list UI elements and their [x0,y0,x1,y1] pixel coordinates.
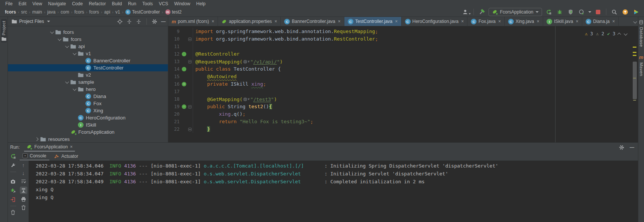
request-mapping-icon[interactable]: ◦ [181,103,187,110]
tree-item-fcorsapplication[interactable]: FcorsApplication [8,128,168,136]
tree-item-api[interactable]: api [8,43,168,50]
close-icon[interactable]: × [498,19,501,24]
menu-item-window[interactable]: Window [171,1,193,7]
fold-marker-icon[interactable] [187,35,192,43]
breadcrumb-item-main-2[interactable]: main [31,9,43,15]
database-icon[interactable] [639,20,644,25]
editor-scrollbar-thumb[interactable] [633,62,637,99]
code-line-22[interactable]: 22 } [168,125,638,133]
chevron-down-icon[interactable] [63,45,70,48]
inspection-widget[interactable]: ⚠ 3 ⚠ 2 ✔ 3 [585,30,627,38]
clear-all-trash-icon[interactable] [10,210,16,215]
tree-item-iskill[interactable]: IISkill [8,121,168,128]
profiler-button[interactable] [577,8,586,16]
down-stack-trace-icon[interactable]: ↓ [22,171,25,176]
settings-gear-icon[interactable] [152,19,157,24]
project-view-selector[interactable]: Project Files [19,19,44,24]
close-icon[interactable]: × [395,19,397,24]
menu-item-edit[interactable]: Edit [15,1,29,7]
close-icon[interactable]: × [70,144,73,150]
search-everywhere-icon[interactable] [610,8,618,16]
menu-item-file[interactable]: File [2,1,15,7]
profiler-dropdown-icon[interactable] [588,11,591,13]
spring-bean-class-icon[interactable] [181,65,187,73]
code-line-21[interactable]: 21 return "Hello Fox is testing3~"; [168,118,638,125]
minimize-panel-icon[interactable]: — [630,145,634,150]
fold-marker-icon[interactable] [187,103,192,110]
sidebar-tab-database[interactable]: Database [639,27,644,47]
expand-all-icon[interactable] [126,19,132,24]
rerun-application-icon[interactable] [10,153,16,159]
tree-item-bannercontroller[interactable]: CBannerController [8,57,168,64]
code-line-20[interactable]: 20 xing.q(); [168,110,638,118]
autowired-bean-icon[interactable]: → [181,80,187,88]
breadcrumb-item-java-3[interactable]: java [46,9,56,15]
console-output[interactable]: 2022-03-28 17:58:34.046 INFO 4136 --- [n… [29,161,638,222]
soft-wrap-icon[interactable] [21,178,26,184]
menu-item-refactor[interactable]: Refactor [86,1,109,7]
editor-tab-fox-java[interactable]: CFox.java× [467,17,504,26]
breadcrumb-class-item[interactable]: CTestController [124,9,161,15]
code-line-17[interactable]: 17 [168,88,638,95]
chevron-down-icon[interactable] [63,81,70,83]
warnings-indicator[interactable]: ⚠ 3 [585,30,593,38]
edit-configuration-wrench-icon[interactable] [10,163,16,168]
menu-item-build[interactable]: Build [109,1,125,7]
run-configuration-tab[interactable]: FcorsApplication × [24,143,75,152]
collapse-all-icon[interactable] [136,19,142,24]
breadcrumb-item-fcors-0[interactable]: fcors [4,9,17,15]
code-line-19[interactable]: 19◦ public String test2(){ [168,103,638,110]
url-handler-icon[interactable]: ∨ [243,95,250,103]
code-line-10[interactable]: 10import org.springframework.web.bind.an… [168,35,638,43]
user-account-icon[interactable] [461,8,470,16]
exit-icon[interactable] [10,197,16,202]
update-available-icon[interactable] [621,8,629,16]
menu-item-tools[interactable]: Tools [139,1,156,7]
clear-console-trash-icon[interactable] [21,205,26,210]
debug-button[interactable] [556,8,564,16]
colored-play-icon[interactable] [632,8,640,16]
breadcrumb-item-com-4[interactable]: com [59,9,70,15]
editor-tab-diana-ja[interactable]: CDiana.ja× [582,17,619,26]
thread-dump-camera-icon[interactable] [10,179,16,184]
print-icon[interactable] [21,196,26,202]
sidebar-tab-maven[interactable]: Maven [639,62,644,76]
code-line-13[interactable]: 13@RequestMapping(∨"/v1/api/") [168,58,638,65]
tree-item-v2[interactable]: v2 [8,71,168,79]
stop-button[interactable] [594,8,602,16]
tree-item-fcors[interactable]: fcors [8,36,168,43]
breadcrumb-method-item[interactable]: mtest2 [164,9,183,15]
tree-item-sample[interactable]: sample [8,79,168,86]
close-icon[interactable]: × [338,19,341,24]
tree-item-v1[interactable]: v1 [8,50,168,57]
attach-debugger-bug-icon[interactable] [10,188,16,193]
breadcrumb-item-fcors-6[interactable]: fcors [88,9,100,15]
editor-tab-xing-java[interactable]: CXing.java× [505,17,543,26]
editor-tab-iskill-java[interactable]: IISkill.java× [543,17,582,26]
console-tab-console[interactable]: ›Console [20,152,49,160]
code-line-14[interactable]: 14public class TestController { [168,65,638,73]
editor-tab-heroconfiguration-java[interactable]: CHeroConfiguration.java× [402,17,468,26]
breadcrumb-item-src-1[interactable]: src [20,9,28,15]
run-configuration-select[interactable]: FcorsApplication [489,8,542,16]
close-icon[interactable]: × [461,19,464,24]
code-line-18[interactable]: 18 @GetMapping(∨"/test3") [168,95,638,103]
tree-item-resources[interactable]: resources [8,136,168,142]
editor-tab-pom-xml-fcors[interactable]: mpom.xml (fcors)× [168,17,218,26]
menu-item-navigate[interactable]: Navigate [45,1,69,7]
tree-item-fox[interactable]: CFox [8,100,168,107]
sidebar-tab-project[interactable]: Project [1,19,7,42]
menu-item-run[interactable]: Run [125,1,139,7]
run-with-coverage-button[interactable] [566,8,575,16]
breadcrumb-item-fcors-5[interactable]: fcors [73,9,85,15]
tree-item-xing[interactable]: CXing [8,107,168,114]
menu-item-code[interactable]: Code [69,1,86,7]
scroll-to-end-icon[interactable] [20,187,27,194]
menu-item-help[interactable]: Help [193,1,209,7]
build-hammer-icon[interactable] [478,8,486,16]
code-line-11[interactable]: 11 [168,43,638,50]
chevron-down-icon[interactable] [56,38,62,41]
tree-item-fcors[interactable]: fcors [8,29,168,36]
close-icon[interactable]: × [212,19,214,24]
chevron-down-icon[interactable] [47,21,50,22]
